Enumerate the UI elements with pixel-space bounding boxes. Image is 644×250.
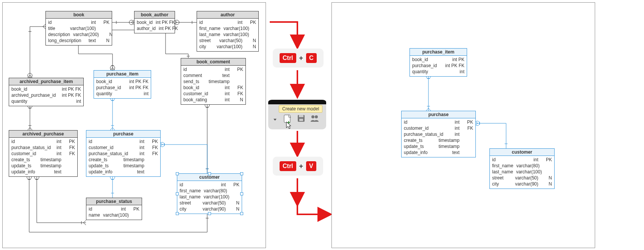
- table-title: book: [46, 11, 112, 19]
- toolbar-step: Create new model: [268, 100, 326, 131]
- plus-icon: +: [299, 162, 303, 170]
- new-model-button[interactable]: [282, 114, 293, 126]
- save-button[interactable]: [296, 114, 306, 126]
- table-title: purchase: [86, 131, 160, 138]
- table-title: archived_purchase_item: [9, 78, 83, 85]
- left-panel: book idintPK titlevarchar(100) descripti…: [2, 2, 266, 248]
- table-book-comment[interactable]: book_comment idintPK commenttext send_ts…: [181, 58, 246, 105]
- table-customer[interactable]: customer idintPK first_namevarchar(80) l…: [177, 173, 242, 214]
- table-title: book_comment: [181, 58, 245, 66]
- table-title: purchase_item: [94, 71, 151, 78]
- table-book[interactable]: book idintPK titlevarchar(100) descripti…: [45, 11, 112, 46]
- table-purchase[interactable]: purchase idintPK customer_idintFK purcha…: [86, 130, 161, 177]
- ctrl-key-icon: Ctrl: [280, 53, 296, 63]
- table-purchase-item[interactable]: purchase_item book_idint PK FK purchase_…: [94, 70, 151, 99]
- table-purchase[interactable]: purchase idintPK customer_idintFK purcha…: [401, 111, 476, 157]
- table-title: purchase: [402, 111, 475, 118]
- table-purchase-status[interactable]: purchase_status idintPK namevarchar(100): [86, 198, 142, 220]
- table-title: archived_purchase: [9, 131, 77, 138]
- table-title: customer: [490, 149, 554, 156]
- resize-handle[interactable]: [176, 212, 179, 215]
- table-title: author: [197, 11, 258, 19]
- table-book-author[interactable]: book_author book_idint PK FK author_idin…: [134, 11, 175, 33]
- resize-handle[interactable]: [240, 212, 243, 215]
- table-purchase-item[interactable]: purchase_item book_idint PK purchase_idi…: [410, 48, 467, 77]
- diagram-canvas: book idintPK titlevarchar(100) descripti…: [0, 0, 644, 250]
- resize-handle[interactable]: [176, 172, 179, 175]
- toolbar-dropdown-button[interactable]: [270, 114, 280, 126]
- tooltip: Create new model: [279, 105, 322, 113]
- ctrl-key-icon: Ctrl: [280, 161, 296, 171]
- c-key-icon: C: [306, 53, 317, 63]
- v-key-icon: V: [306, 161, 316, 171]
- resize-handle[interactable]: [208, 172, 211, 175]
- resize-handle[interactable]: [208, 212, 211, 215]
- table-body: idintPK titlevarchar(100) descriptionvar…: [46, 19, 112, 45]
- resize-handle[interactable]: [176, 192, 179, 195]
- table-customer[interactable]: customer idintPK first_namevarchar(80) l…: [489, 148, 555, 189]
- svg-rect-2: [268, 102, 326, 104]
- table-title: purchase_item: [410, 49, 467, 56]
- ctrl-v-step: Ctrl + V: [273, 157, 323, 176]
- table-title: book_author: [134, 11, 175, 19]
- resize-handle[interactable]: [240, 172, 243, 175]
- share-users-button[interactable]: [309, 114, 320, 126]
- table-title: purchase_status: [86, 198, 142, 205]
- table-archived-purchase-item[interactable]: archived_purchase_item book_idint PK FK …: [9, 78, 84, 106]
- plus-icon: +: [299, 54, 303, 62]
- table-author[interactable]: author idintPK first_namevarchar(100) la…: [197, 11, 259, 52]
- table-archived-purchase[interactable]: archived_purchase idintPK purchase_statu…: [9, 130, 78, 177]
- right-panel: purchase_item book_idint PK purchase_idi…: [331, 2, 595, 248]
- ctrl-c-step: Ctrl + C: [273, 49, 324, 68]
- resize-handle[interactable]: [240, 192, 243, 195]
